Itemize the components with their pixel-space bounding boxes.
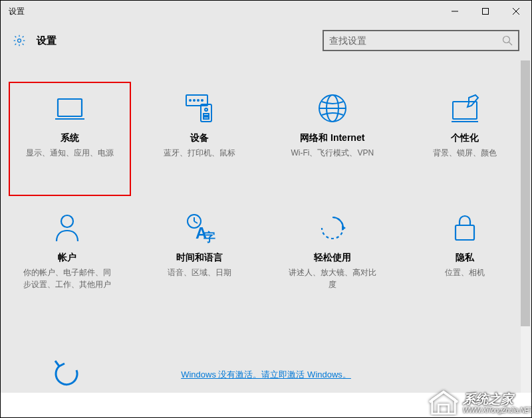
activation-link[interactable]: Windows 没有激活。请立即激活 Windows。	[181, 369, 351, 381]
minimize-button[interactable]	[440, 1, 470, 22]
svg-marker-31	[432, 392, 456, 414]
tile-time-language[interactable]: A字 时间和语言 语音、区域、日期	[134, 199, 267, 318]
svg-rect-7	[58, 99, 82, 116]
search-input[interactable]	[329, 35, 502, 46]
watermark-en: WWW.XiTongZhiJia.NET	[463, 407, 532, 414]
svg-point-11	[194, 100, 195, 101]
tile-undo[interactable]	[1, 318, 134, 393]
tile-title: 网络和 Internet	[300, 132, 364, 144]
svg-rect-16	[203, 114, 209, 116]
content: 系统 显示、通知、应用、电源 设备 蓝牙、打印机、鼠标 网络和 Internet…	[1, 59, 531, 393]
svg-point-15	[205, 108, 207, 111]
display-icon	[54, 92, 86, 124]
tile-title: 系统	[61, 132, 79, 144]
tile-title: 帐户	[58, 252, 76, 264]
time-language-icon: A字	[184, 212, 215, 244]
search-icon	[502, 35, 513, 46]
tile-desc: 蓝牙、打印机、鼠标	[164, 147, 235, 159]
titlebar: 设置	[1, 1, 531, 22]
devices-icon	[184, 92, 215, 124]
svg-text:字: 字	[203, 231, 215, 244]
tile-system[interactable]: 系统 显示、通知、应用、电源	[6, 79, 134, 199]
tile-title: 隐私	[456, 252, 474, 264]
svg-point-10	[190, 100, 191, 101]
close-button[interactable]	[501, 1, 531, 22]
maximize-button[interactable]	[470, 1, 501, 22]
tile-desc: 讲述人、放大镜、高对比度	[286, 266, 379, 290]
tile-personalization[interactable]: 个性化 背景、锁屏、颜色	[399, 79, 532, 199]
tile-devices[interactable]: 设备 蓝牙、打印机、鼠标	[134, 79, 267, 199]
tile-desc: 背景、锁屏、颜色	[433, 147, 497, 159]
page-title: 设置	[37, 35, 323, 47]
svg-point-13	[201, 100, 203, 101]
tile-title: 设备	[190, 132, 209, 144]
svg-marker-29	[342, 225, 346, 231]
tile-desc: 显示、通知、应用、电源	[26, 147, 114, 159]
tile-title: 个性化	[451, 132, 479, 144]
personalization-icon	[449, 92, 481, 124]
svg-rect-17	[203, 117, 209, 119]
search-box[interactable]	[323, 30, 519, 51]
tile-ease-of-access[interactable]: 轻松使用 讲述人、放大镜、高对比度	[266, 199, 399, 318]
privacy-icon	[449, 212, 481, 244]
svg-line-26	[194, 221, 198, 223]
svg-rect-1	[483, 9, 489, 15]
accounts-icon	[51, 212, 83, 244]
svg-point-4	[18, 39, 21, 43]
tile-accounts[interactable]: 帐户 你的帐户、电子邮件、同步设置、工作、其他用户	[1, 199, 134, 318]
watermark-cn: 系统之家	[463, 393, 532, 407]
tile-desc: 语音、区域、日期	[168, 266, 231, 278]
ease-of-access-icon	[317, 212, 348, 244]
window-controls	[440, 1, 531, 22]
tile-desc: Wi-Fi、飞行模式、VPN	[291, 147, 374, 159]
tile-title: 时间和语言	[176, 252, 223, 264]
tiles-grid: 系统 显示、通知、应用、电源 设备 蓝牙、打印机、鼠标 网络和 Internet…	[1, 59, 531, 393]
globe-icon	[317, 92, 348, 124]
svg-point-5	[503, 37, 510, 43]
undo-icon	[51, 358, 83, 390]
tile-privacy[interactable]: 隐私 位置、相机	[399, 199, 532, 318]
scrollbar-thumb[interactable]	[521, 60, 530, 326]
scrollbar[interactable]	[521, 60, 530, 393]
svg-line-6	[509, 43, 513, 46]
svg-point-23	[61, 215, 73, 227]
tile-network[interactable]: 网络和 Internet Wi-Fi、飞行模式、VPN	[266, 79, 399, 199]
window-title: 设置	[9, 6, 440, 17]
svg-rect-30	[456, 225, 474, 240]
svg-point-12	[198, 100, 199, 101]
tile-title: 轻松使用	[314, 252, 351, 264]
tile-desc: 位置、相机	[445, 266, 485, 278]
header: 设置	[1, 22, 531, 59]
gear-icon	[13, 34, 26, 47]
tile-desc: 你的帐户、电子邮件、同步设置、工作、其他用户	[21, 266, 114, 290]
